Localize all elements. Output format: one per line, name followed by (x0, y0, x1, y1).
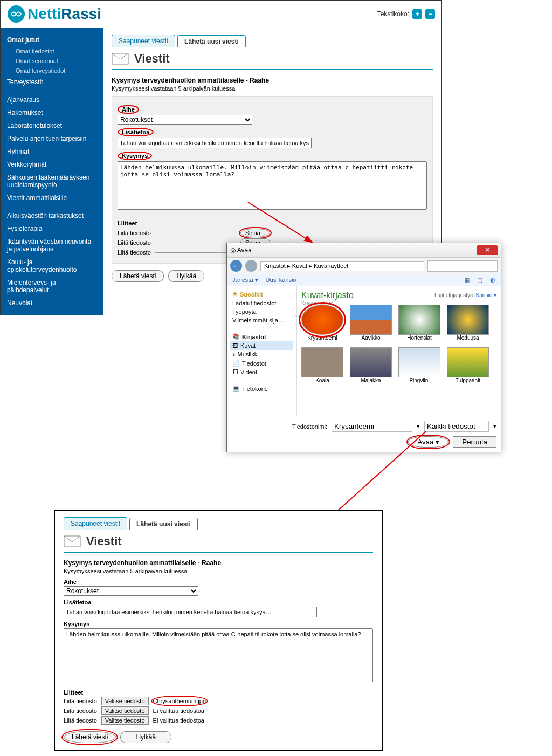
dialog-footer: Tiedostonimi: ▾ ▾ (227, 416, 501, 436)
form-note-b: Kysymykseesi vastataan 5 arkipäivän kulu… (64, 568, 373, 574)
extra-label: Lisätietoa (118, 128, 154, 136)
thumb-aavikko[interactable]: Aavikko (350, 305, 392, 341)
thumb-pingviini[interactable]: Pingviini (398, 347, 440, 383)
choose-file-b2[interactable]: Valitse tiedosto (101, 706, 149, 715)
sidebar-b-2[interactable]: Ikääntyvän väestön neuvonta ja palveluoh… (1, 235, 103, 256)
text-size-plus[interactable]: + (412, 9, 422, 19)
tab-inbox-b[interactable]: Saapuneet viestit (64, 517, 127, 530)
filename-input[interactable] (332, 421, 412, 432)
question-label-b: Kysymys (64, 621, 373, 627)
thumb-koala[interactable]: Koala (301, 347, 343, 383)
sort-link[interactable]: Kansio ▾ (476, 292, 496, 298)
logo-icon (7, 5, 25, 23)
subject-select-b[interactable]: Rokotukset (64, 586, 198, 596)
tab-row-b: Saapuneet viestit Lähetä uusi viesti (64, 517, 373, 530)
page-title-b: Viestit (86, 534, 122, 548)
side-computer[interactable]: 💻 Tietokone (230, 384, 293, 393)
sidebar: Omat jutut Omat tiedostot Omat seurannat… (1, 28, 103, 315)
side-fav-1[interactable]: Työpöytä (230, 307, 293, 316)
side-lib-1[interactable]: ♪ Musiikki (230, 350, 293, 359)
sidebar-b-1[interactable]: Fysioterapia (1, 222, 103, 235)
sidebar-omat-jutut[interactable]: Omat jutut (1, 33, 103, 46)
side-lib-3[interactable]: 🎞 Videot (230, 368, 293, 376)
extra-input-b[interactable] (64, 607, 317, 617)
sidebar-a-7[interactable]: Viestit ammattilaisille (1, 191, 103, 204)
sidebar-a-1[interactable]: Hakemukset (1, 106, 103, 119)
new-folder-button[interactable]: Uusi kansio (266, 277, 296, 284)
tab-compose-b[interactable]: Lähetä uusi viesti (129, 518, 198, 530)
send-button-b[interactable]: Lähetä viesti (64, 731, 116, 743)
attach-label-b2: Liitä tiedosto (64, 707, 97, 714)
subject-select[interactable]: Rokotukset (118, 115, 252, 125)
nav-forward-icon[interactable]: → (245, 260, 257, 272)
sidebar-b-5[interactable]: Neuvolat (1, 297, 103, 310)
chevron-down-icon: ▾ (436, 438, 439, 446)
extra-input[interactable] (118, 138, 312, 148)
dialog-main: Kuvat-kirjasto Kuvanäytteet Lajittelujär… (297, 286, 501, 416)
sidebar-b-0[interactable]: Aikuisväestön tarkastukset (1, 209, 103, 222)
sidebar-terveystestit[interactable]: Terveystestit (1, 75, 103, 88)
app-logo: NettiRassi (7, 5, 101, 23)
sidebar-sub-2[interactable]: Omat terveystiedot (1, 66, 103, 75)
page-title: Viestit (134, 52, 170, 66)
thumb-tulppaanit[interactable]: Tulppaanit (447, 347, 489, 383)
search-input[interactable] (427, 260, 498, 272)
sidebar-b-4[interactable]: Mielenterveys- ja päihdepalvelut (1, 276, 103, 297)
sidebar-sub-1[interactable]: Omat seurannat (1, 56, 103, 66)
nav-back-icon[interactable]: ← (230, 260, 242, 272)
preview-icon[interactable]: ▢ (477, 277, 482, 284)
dialog-toolbar: Järjestä ▾ Uusi kansio ▦ ▢ ◐ (227, 274, 501, 286)
text-size-minus[interactable]: − (425, 9, 435, 19)
dropdown-icon[interactable]: ▾ (417, 423, 420, 430)
question-textarea-b[interactable]: Lähden helmikuussa ulkomaille. Milloin v… (64, 628, 373, 682)
tab-inbox[interactable]: Saapuneet viestit (112, 35, 175, 47)
logo-text-2: Rassi (61, 5, 101, 23)
close-icon[interactable]: ✕ (477, 245, 498, 255)
sidebar-sub-0[interactable]: Omat tiedostot (1, 46, 103, 56)
organize-menu[interactable]: Järjestä ▾ (232, 277, 258, 284)
help-icon[interactable]: ◐ (490, 277, 495, 284)
cancel-button[interactable]: Hylkää (168, 270, 204, 282)
side-lib-0[interactable]: 🖼 Kuvat (230, 341, 293, 350)
sidebar-a-0[interactable]: Ajanvaraus (1, 93, 103, 106)
breadcrumb[interactable]: Kirjastot ▸ Kuvat ▸ Kuvanäytteet (260, 261, 424, 271)
page-title-row: Viestit (112, 52, 433, 70)
view-icon[interactable]: ▦ (464, 277, 470, 284)
sidebar-a-2[interactable]: Laboratoriotulokset (1, 119, 103, 132)
attach-label-b1: Liitä tiedosto (64, 698, 97, 704)
send-button[interactable]: Lähetä viesti (112, 270, 164, 282)
attach-label-1: Liitä tiedosto (118, 230, 151, 236)
text-size-controls: Tekstikoko: + − (377, 9, 435, 19)
browse-button-1[interactable]: Selaa... (240, 229, 270, 237)
cancel-button-b[interactable]: Hylkää (120, 731, 171, 743)
thumb-meduusa[interactable]: Meduusa (447, 305, 489, 341)
sidebar-b-3[interactable]: Koulu- ja opiskeluterveydenhuolto (1, 256, 103, 276)
open-button[interactable]: Avaa ▾ (408, 436, 448, 448)
tab-row: Saapuneet viestit Lähetä uusi viesti (112, 35, 433, 47)
sidebar-a-3[interactable]: Palvelu arjen tuen tarpeisiin (1, 132, 103, 145)
envelope-icon-b (64, 535, 81, 547)
side-fav-0[interactable]: Ladatut tiedostot (230, 299, 293, 307)
subject-label-b: Aihe (64, 579, 373, 585)
attachments-label: Liitteet (118, 220, 137, 226)
sidebar-a-6[interactable]: Sähköisen lääkemääräyksen uudistamispyyn… (1, 171, 103, 191)
attachments-label-b: Liitteet (64, 689, 373, 696)
dialog-sidebar: ★ Suosikit Ladatut tiedostot Työpöytä Vi… (227, 286, 297, 416)
sidebar-a-4[interactable]: Ryhmät (1, 145, 103, 158)
thumb-majakka[interactable]: Majakka (350, 347, 392, 383)
question-textarea[interactable]: Lähden helmikuussa ulkomaille. Milloin v… (118, 161, 427, 210)
sidebar-a-5[interactable]: Verkkoryhmät (1, 158, 103, 171)
thumb-hortensiat[interactable]: Hortensiat (398, 305, 440, 341)
question-label: Kysymys (118, 152, 152, 160)
choose-file-b3[interactable]: Valitse tiedosto (101, 716, 149, 725)
choose-file-b1[interactable]: Valitse tiedosto (101, 697, 149, 705)
dropdown-icon-2[interactable]: ▾ (493, 423, 496, 430)
side-fav-2[interactable]: Viimeisimmät sija… (230, 316, 293, 325)
dialog-title: ◎ Avaa (230, 246, 252, 254)
tab-compose[interactable]: Lähetä uusi viesti (177, 35, 246, 47)
dialog-cancel-button[interactable]: Peruuta (453, 436, 496, 448)
dialog-titlebar: ◎ Avaa ✕ (227, 243, 501, 258)
side-lib-2[interactable]: 📄 Tiedostot (230, 359, 293, 368)
filetype-select[interactable] (424, 421, 489, 432)
thumb-krysanteemi[interactable]: Krysanteemi (301, 305, 343, 341)
